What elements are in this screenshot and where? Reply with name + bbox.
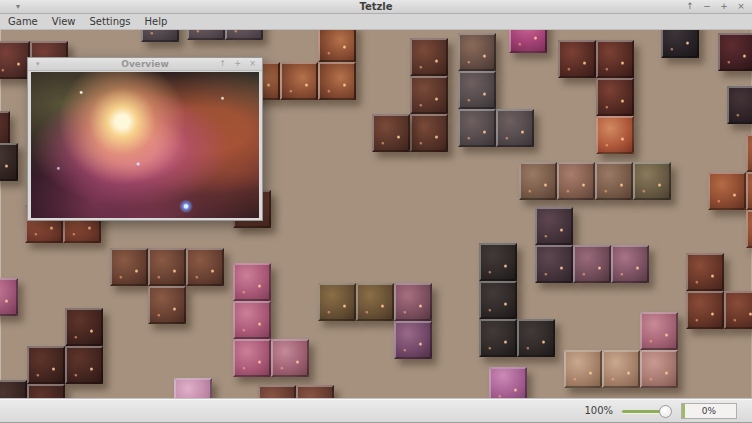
progress-fill bbox=[682, 404, 685, 418]
zoom-slider-handle[interactable] bbox=[659, 405, 672, 418]
puzzle-canvas[interactable]: ▾ Overview ↑ + × bbox=[0, 30, 752, 398]
piece-tile bbox=[296, 385, 334, 398]
menubar: Game View Settings Help bbox=[0, 14, 752, 30]
piece-tile bbox=[258, 385, 296, 398]
titlebar[interactable]: ▾ Tetzle ↑ − + × bbox=[0, 0, 752, 14]
overview-buttons: ↑ + × bbox=[218, 58, 257, 70]
zoom-slider[interactable] bbox=[622, 404, 672, 418]
shade-button[interactable]: ↑ bbox=[218, 58, 227, 70]
shade-button[interactable]: ↑ bbox=[685, 0, 695, 13]
completion-progressbar: 0% bbox=[681, 403, 737, 419]
menu-help[interactable]: Help bbox=[145, 14, 168, 29]
maximize-button[interactable]: + bbox=[233, 58, 242, 70]
overview-titlebar[interactable]: ▾ Overview ↑ + × bbox=[28, 58, 262, 71]
overview-puzzle-image bbox=[31, 72, 259, 218]
zoom-level-label: 100% bbox=[584, 405, 613, 416]
menu-view[interactable]: View bbox=[52, 14, 76, 29]
window-title: Tetzle bbox=[0, 0, 752, 13]
close-button[interactable]: × bbox=[248, 58, 257, 70]
window-buttons: ↑ − + × bbox=[685, 0, 746, 13]
tetzle-window: ▾ Tetzle ↑ − + × Game View Settings Help… bbox=[0, 0, 752, 423]
menu-settings[interactable]: Settings bbox=[90, 14, 131, 29]
completion-percent-label: 0% bbox=[702, 406, 716, 416]
overview-window[interactable]: ▾ Overview ↑ + × bbox=[27, 57, 263, 221]
close-button[interactable]: × bbox=[736, 0, 746, 13]
maximize-button[interactable]: + bbox=[719, 0, 729, 13]
statusbar: 100% 0% bbox=[0, 398, 752, 423]
menu-game[interactable]: Game bbox=[8, 14, 38, 29]
window-menu-icon[interactable]: ▾ bbox=[36, 59, 40, 70]
minimize-button[interactable]: − bbox=[702, 0, 712, 13]
window-menu-icon[interactable]: ▾ bbox=[16, 1, 20, 13]
